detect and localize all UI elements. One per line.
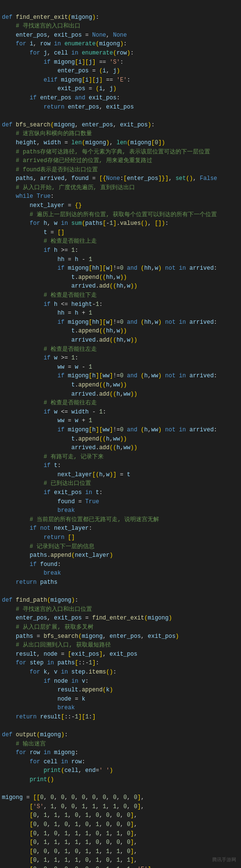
code-block: def find_enter_exit(migong): # 寻找迷宫的入口和出… [0, 0, 241, 868]
watermark: 腾讯手游网 [212, 856, 236, 863]
